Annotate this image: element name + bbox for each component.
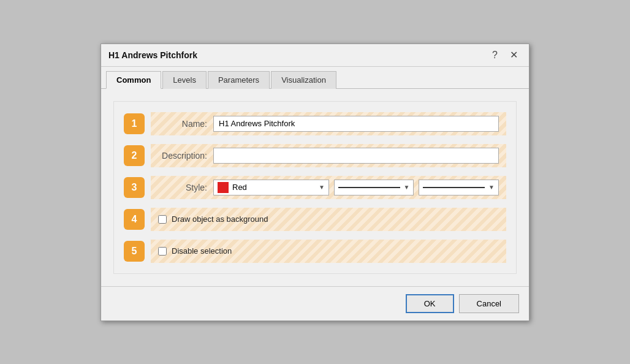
- color-swatch: [218, 182, 229, 193]
- row-description: 2 Description:: [124, 143, 506, 168]
- badge-1: 1: [124, 113, 145, 134]
- checkbox-background[interactable]: [158, 215, 167, 224]
- label-description: Description:: [158, 151, 213, 161]
- tab-parameters[interactable]: Parameters: [208, 71, 270, 89]
- badge-3: 3: [124, 177, 145, 198]
- color-dropdown[interactable]: Red ▼: [213, 180, 329, 195]
- cancel-button[interactable]: Cancel: [459, 294, 519, 313]
- row-background: 4 Draw object as background: [124, 207, 506, 232]
- dialog: H1 Andrews Pitchfork ? ✕ Common Levels P…: [101, 44, 529, 321]
- row-style: 3 Style: Red ▼ ▼: [124, 175, 506, 200]
- form-area: 1 Name: 2 Description: 3 Style:: [113, 101, 517, 274]
- row-content-description: Description:: [151, 144, 506, 167]
- label-name: Name:: [158, 119, 213, 129]
- line-chevron-icon: ▼: [404, 184, 410, 191]
- title-bar: H1 Andrews Pitchfork ? ✕: [101, 44, 529, 67]
- row-content-background: Draw object as background: [151, 208, 506, 231]
- tabs-bar: Common Levels Parameters Visualization: [101, 67, 529, 89]
- tab-visualization[interactable]: Visualization: [271, 71, 336, 89]
- row-content-name: Name:: [151, 112, 506, 135]
- dialog-title: H1 Andrews Pitchfork: [108, 50, 197, 60]
- line-width-dropdown[interactable]: ▼: [419, 180, 499, 195]
- tab-common[interactable]: Common: [106, 71, 161, 89]
- badge-4: 4: [124, 209, 145, 230]
- checkbox-disable-group: Disable selection: [158, 246, 232, 256]
- style-controls: Red ▼ ▼ ▼: [213, 180, 499, 195]
- close-button[interactable]: ✕: [506, 49, 522, 61]
- tab-levels[interactable]: Levels: [162, 71, 207, 89]
- footer: OK Cancel: [101, 286, 529, 320]
- line-style-dropdown[interactable]: ▼: [334, 180, 414, 195]
- label-style: Style:: [158, 183, 213, 192]
- row-name: 1 Name:: [124, 112, 506, 136]
- checkbox-disable-label: Disable selection: [172, 246, 232, 256]
- color-chevron-icon: ▼: [319, 184, 325, 191]
- title-buttons: ? ✕: [488, 49, 522, 61]
- badge-5: 5: [124, 241, 145, 262]
- checkbox-background-group: Draw object as background: [158, 214, 268, 224]
- checkbox-background-label: Draw object as background: [172, 214, 268, 224]
- ok-button[interactable]: OK: [406, 294, 454, 313]
- badge-2: 2: [124, 145, 145, 166]
- checkbox-disable-selection[interactable]: [158, 247, 167, 256]
- line-width-preview: [423, 187, 485, 188]
- input-description[interactable]: [213, 148, 499, 164]
- row-disable-selection: 5 Disable selection: [124, 239, 506, 264]
- tab-content: 1 Name: 2 Description: 3 Style:: [101, 89, 529, 286]
- color-name: Red: [232, 183, 315, 192]
- row-content-style: Style: Red ▼ ▼ ▼: [151, 176, 506, 199]
- row-content-disable: Disable selection: [151, 240, 506, 263]
- line-width-chevron-icon: ▼: [488, 184, 495, 191]
- help-button[interactable]: ?: [488, 49, 501, 61]
- input-name[interactable]: [213, 116, 499, 132]
- line-preview: [338, 187, 400, 188]
